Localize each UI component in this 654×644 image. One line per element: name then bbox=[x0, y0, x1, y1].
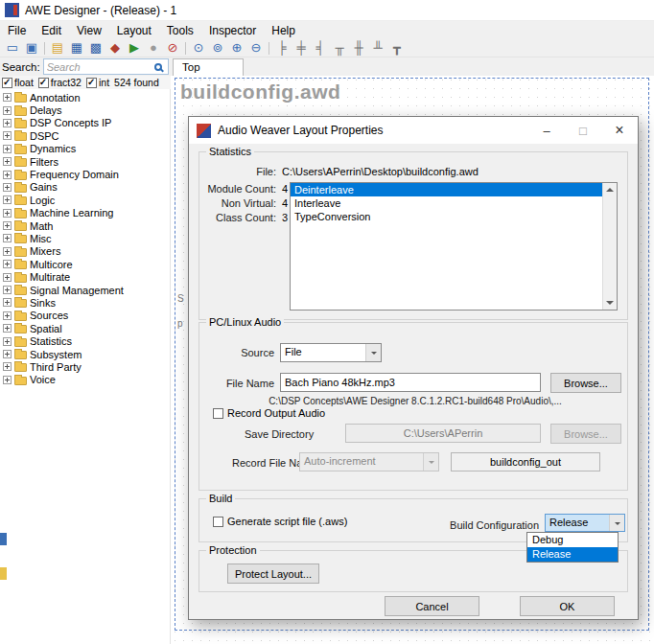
maximize-button[interactable]: □ bbox=[565, 117, 601, 144]
expand-icon[interactable] bbox=[3, 119, 12, 127]
expand-icon[interactable] bbox=[3, 247, 12, 256]
tree-item[interactable]: DSPC bbox=[0, 129, 170, 142]
expand-icon[interactable] bbox=[3, 93, 12, 102]
route-icon[interactable]: ┳ bbox=[387, 39, 407, 57]
expand-icon[interactable] bbox=[3, 221, 12, 230]
tree-item[interactable]: Multirate bbox=[0, 270, 170, 283]
tree-item[interactable]: Third Party bbox=[0, 360, 170, 373]
dropdown-option[interactable]: Debug bbox=[527, 533, 618, 547]
search-icon[interactable] bbox=[154, 63, 162, 71]
expand-icon[interactable] bbox=[3, 131, 12, 140]
expand-icon[interactable] bbox=[3, 324, 12, 333]
minimize-button[interactable]: – bbox=[528, 117, 565, 144]
checkbox-icon[interactable] bbox=[2, 78, 12, 88]
tree-item[interactable]: DSP Concepts IP bbox=[0, 117, 170, 129]
open-file-icon[interactable]: ▤ bbox=[48, 39, 67, 57]
tree-item[interactable]: Frequency Domain bbox=[0, 168, 170, 180]
zoom-100-icon[interactable]: ⊚ bbox=[208, 39, 227, 57]
expand-icon[interactable] bbox=[3, 311, 12, 320]
menu-item[interactable]: Help bbox=[264, 22, 303, 39]
close-button[interactable]: × bbox=[601, 117, 638, 144]
type-filter-checkbox[interactable]: int bbox=[86, 77, 109, 88]
file-name-input[interactable] bbox=[280, 373, 541, 392]
align-right-icon[interactable]: ╡ bbox=[311, 39, 330, 57]
expand-icon[interactable] bbox=[3, 157, 12, 166]
menu-item[interactable]: View bbox=[69, 22, 109, 39]
play-icon[interactable]: ▶ bbox=[125, 39, 144, 57]
expand-icon[interactable] bbox=[3, 337, 12, 346]
save-all-icon[interactable]: ▩ bbox=[86, 39, 105, 57]
tree-item[interactable]: Logic bbox=[0, 194, 170, 206]
tree-item[interactable]: Spatial bbox=[0, 322, 170, 334]
ok-button[interactable]: OK bbox=[520, 596, 615, 616]
tree-item[interactable]: Signal Management bbox=[0, 284, 170, 296]
menu-item[interactable]: Tools bbox=[159, 22, 201, 39]
dock-tab-blue[interactable] bbox=[0, 533, 7, 545]
tree-item[interactable]: Dynamics bbox=[0, 143, 170, 155]
protect-layout-button[interactable]: Protect Layout... bbox=[227, 564, 319, 584]
search-field[interactable] bbox=[47, 61, 154, 73]
new-layout-icon[interactable]: ▭ bbox=[3, 39, 22, 57]
expand-icon[interactable] bbox=[3, 273, 12, 282]
halt-icon[interactable]: ⊘ bbox=[163, 39, 182, 57]
expand-icon[interactable] bbox=[3, 376, 12, 384]
menu-item[interactable]: Edit bbox=[34, 22, 69, 39]
expand-icon[interactable] bbox=[3, 260, 12, 268]
zoom-out-icon[interactable]: ⊖ bbox=[246, 39, 266, 57]
align-left-icon[interactable]: ╞ bbox=[272, 39, 292, 57]
dropdown-option[interactable]: Release bbox=[527, 547, 618, 562]
align-bottom-icon[interactable]: ╨ bbox=[368, 39, 387, 57]
open-layout-icon[interactable]: ▣ bbox=[22, 39, 41, 57]
record-file-name-field[interactable]: buildconfig_out bbox=[451, 452, 600, 472]
checkbox-icon[interactable] bbox=[38, 78, 49, 88]
generate-script-checkbox[interactable]: Generate script file (.aws) bbox=[213, 516, 347, 527]
record-output-checkbox[interactable]: Record Output Audio bbox=[213, 407, 325, 419]
menu-item[interactable]: Inspector bbox=[201, 22, 264, 39]
expand-icon[interactable] bbox=[3, 362, 12, 371]
tree-item[interactable]: Sources bbox=[0, 310, 170, 322]
tree-item[interactable]: Filters bbox=[0, 155, 170, 168]
search-input[interactable] bbox=[43, 58, 169, 75]
expand-icon[interactable] bbox=[3, 350, 12, 358]
tree-item[interactable]: Mixers bbox=[0, 245, 170, 258]
menu-item[interactable]: Layout bbox=[109, 22, 159, 39]
expand-icon[interactable] bbox=[3, 298, 12, 307]
scrollbar[interactable] bbox=[602, 183, 617, 310]
checkbox-icon[interactable] bbox=[213, 408, 223, 419]
menu-item[interactable]: File bbox=[0, 22, 34, 39]
module-list-item[interactable]: Deinterleave bbox=[291, 183, 602, 196]
dropdown-arrow-icon[interactable] bbox=[365, 344, 381, 361]
expand-icon[interactable] bbox=[3, 286, 12, 294]
tree-item[interactable]: Sinks bbox=[0, 296, 170, 309]
expand-icon[interactable] bbox=[3, 145, 12, 153]
type-filter-checkbox[interactable]: float bbox=[2, 77, 34, 88]
module-list[interactable]: DeinterleaveInterleaveTypeConversion bbox=[290, 182, 618, 310]
tree-item[interactable]: Machine Learning bbox=[0, 207, 170, 219]
dialog-titlebar[interactable]: Audio Weaver Layout Properties – □ × bbox=[189, 117, 638, 144]
tree-item[interactable]: Multicore bbox=[0, 258, 170, 270]
align-middle-icon[interactable]: ╫ bbox=[349, 39, 368, 57]
zoom-fit-icon[interactable]: ⊙ bbox=[189, 39, 208, 57]
expand-icon[interactable] bbox=[3, 106, 12, 115]
tree-item[interactable]: Math bbox=[0, 219, 170, 232]
browse-button[interactable]: Browse... bbox=[550, 373, 621, 393]
tab-top[interactable]: Top bbox=[173, 58, 244, 76]
align-top-icon[interactable]: ╥ bbox=[330, 39, 349, 57]
tree-item[interactable]: Delays bbox=[0, 104, 170, 116]
expand-icon[interactable] bbox=[3, 183, 12, 192]
cancel-button[interactable]: Cancel bbox=[385, 596, 479, 616]
pause-icon[interactable]: ● bbox=[144, 39, 163, 57]
expand-icon[interactable] bbox=[3, 171, 12, 179]
tree-item[interactable]: Misc bbox=[0, 232, 170, 244]
module-list-item[interactable]: Interleave bbox=[291, 196, 602, 210]
type-filter-checkbox[interactable]: fract32 bbox=[38, 77, 82, 88]
tree-item[interactable]: Statistics bbox=[0, 334, 170, 347]
scroll-down-icon[interactable] bbox=[603, 296, 617, 310]
zoom-in-icon[interactable]: ⊕ bbox=[227, 39, 246, 57]
module-list-item[interactable]: TypeConversion bbox=[291, 210, 602, 223]
expand-icon[interactable] bbox=[3, 209, 12, 218]
tree-item[interactable]: Gains bbox=[0, 181, 170, 194]
expand-icon[interactable] bbox=[3, 196, 12, 204]
build-icon[interactable]: ◆ bbox=[105, 39, 125, 57]
align-center-icon[interactable]: ╪ bbox=[292, 39, 311, 57]
